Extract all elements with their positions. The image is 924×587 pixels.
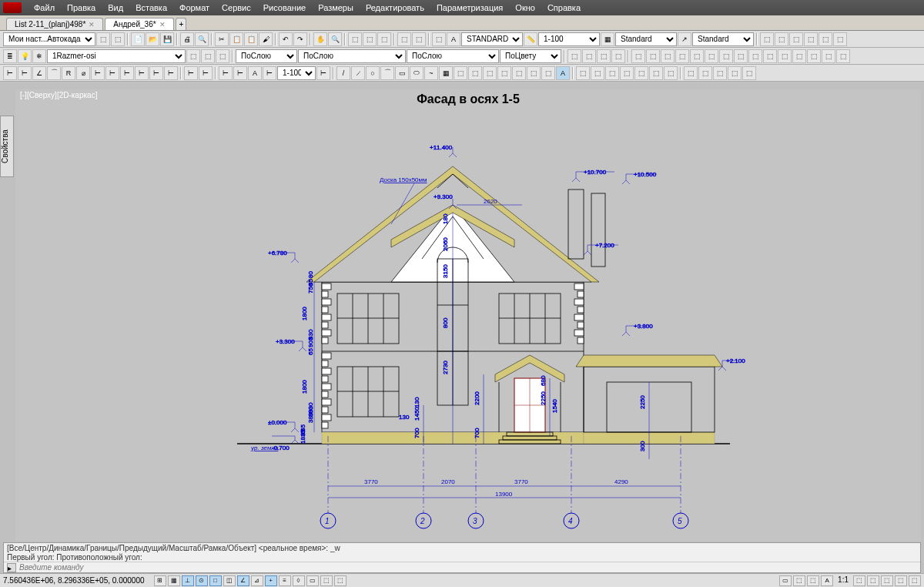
spline-btn[interactable]: ~: [424, 66, 438, 80]
tool-btn[interactable]: ⬚: [822, 49, 835, 63]
tool-btn[interactable]: ⬚: [719, 49, 733, 63]
tool-btn[interactable]: ⬚: [778, 49, 792, 63]
layer-state-btn[interactable]: 💡: [18, 49, 32, 63]
dim-diameter-btn[interactable]: ⌀: [76, 66, 90, 80]
tool-btn[interactable]: ⬚: [728, 66, 742, 80]
dim-btn[interactable]: ⊢: [135, 66, 149, 80]
line-btn[interactable]: /: [336, 66, 350, 80]
dim-scale-select-2[interactable]: 1-100: [277, 66, 316, 80]
annoscale-btn[interactable]: A: [821, 575, 833, 586]
copy-btn[interactable]: 📋: [229, 32, 243, 46]
dim-btn[interactable]: ⊢: [199, 66, 213, 80]
tool-btn[interactable]: ⬚: [789, 32, 803, 46]
dim-arc-btn[interactable]: ⌒: [47, 66, 61, 80]
layer-mgr-btn[interactable]: ≣: [3, 49, 17, 63]
tool-btn[interactable]: ⬚: [698, 66, 712, 80]
dim-ordinate-btn[interactable]: ⊢: [91, 66, 105, 80]
tool-btn[interactable]: ⬚: [377, 32, 391, 46]
lineweight-select[interactable]: ПоСлою: [407, 49, 499, 63]
new-tab-button[interactable]: +: [176, 18, 186, 30]
polyline-btn[interactable]: ⟋: [351, 66, 365, 80]
tool-btn[interactable]: ⬚: [690, 49, 704, 63]
3dosnap-toggle[interactable]: ◫: [223, 575, 236, 586]
ducs-toggle[interactable]: ⊿: [251, 575, 263, 586]
menu-insert[interactable]: Вставка: [129, 2, 173, 14]
tool-btn[interactable]: ⬚: [742, 66, 756, 80]
tool-btn[interactable]: ⬚: [734, 49, 748, 63]
ellipse-btn[interactable]: ⬭: [410, 66, 424, 80]
tool-btn[interactable]: ⬚: [804, 32, 818, 46]
dim-btn[interactable]: ⊢: [164, 66, 178, 80]
menu-view[interactable]: Вид: [102, 2, 129, 14]
dim-update-btn[interactable]: ⊢: [316, 66, 330, 80]
mtext-btn[interactable]: A: [556, 66, 570, 80]
tool-btn[interactable]: ⬚: [760, 32, 774, 46]
cut-btn[interactable]: ✂: [215, 32, 229, 46]
status-btn[interactable]: ⬚: [807, 575, 819, 586]
save-btn[interactable]: 💾: [160, 32, 174, 46]
tool-btn[interactable]: ⬚: [567, 49, 581, 63]
tool-btn[interactable]: ⬚: [582, 49, 596, 63]
tool-btn[interactable]: ⬚: [684, 66, 698, 80]
dim-btn[interactable]: ⊢: [184, 66, 198, 80]
tool-btn[interactable]: ⬚: [111, 32, 125, 46]
tool-btn[interactable]: ⬚: [591, 66, 604, 80]
lwt-toggle[interactable]: ≡: [279, 575, 291, 586]
properties-panel-tab[interactable]: Свойства: [0, 116, 14, 177]
paste-btn[interactable]: 📋: [244, 32, 258, 46]
polar-toggle[interactable]: ⊙: [196, 575, 208, 586]
menu-window[interactable]: Окно: [509, 2, 541, 14]
tool-btn[interactable]: ⬚: [412, 32, 426, 46]
tool-btn[interactable]: ⬚: [646, 49, 660, 63]
preview-btn[interactable]: 🔍: [195, 32, 209, 46]
tool-btn[interactable]: ⬚: [675, 49, 689, 63]
menu-file[interactable]: Файл: [28, 2, 61, 14]
layer-preset-select[interactable]: Мои наст...Автокада: [3, 32, 95, 46]
tool-btn[interactable]: ⬚: [833, 32, 847, 46]
ortho-toggle[interactable]: ⊥: [182, 575, 194, 586]
doc-tab-1[interactable]: List 2-11_(planj)498* ✕: [6, 18, 103, 30]
open-btn[interactable]: 📂: [146, 32, 159, 46]
dim-style-select-1[interactable]: Standard: [615, 32, 677, 46]
menu-dimensions[interactable]: Размеры: [312, 2, 360, 14]
sc-toggle[interactable]: ⬚: [320, 575, 333, 586]
tool-btn[interactable]: ⬚: [597, 49, 611, 63]
undo-btn[interactable]: ↶: [279, 32, 293, 46]
tool-btn[interactable]: ⬚: [216, 49, 229, 63]
command-input[interactable]: [19, 563, 917, 572]
tool-btn[interactable]: ⬚: [527, 66, 541, 80]
status-btn[interactable]: ⬚: [895, 575, 907, 586]
menu-parametric[interactable]: Параметризация: [430, 2, 509, 14]
dim-btn[interactable]: ⊢: [105, 66, 119, 80]
tool-btn[interactable]: ⬚: [807, 49, 821, 63]
tool-btn[interactable]: ⬚: [649, 66, 663, 80]
dim-scale-select[interactable]: 1-100: [538, 32, 600, 46]
tool-btn[interactable]: ⬚: [483, 66, 497, 80]
dim-btn[interactable]: ⊢: [263, 66, 276, 80]
dim-btn[interactable]: A: [248, 66, 262, 80]
tool-btn[interactable]: ⬚: [792, 49, 806, 63]
qp-toggle[interactable]: ▭: [306, 575, 319, 586]
tool-btn[interactable]: ⬚: [96, 32, 110, 46]
tool-btn[interactable]: ⬚: [620, 66, 634, 80]
dim-btn[interactable]: ⊢: [233, 66, 247, 80]
grid-toggle[interactable]: ▦: [168, 575, 180, 586]
tool-btn[interactable]: ⬚: [664, 66, 678, 80]
tool-btn[interactable]: ⬚: [775, 32, 788, 46]
tool-btn[interactable]: ⬚: [454, 66, 467, 80]
tool-btn[interactable]: ⬚: [397, 32, 411, 46]
menu-format[interactable]: Формат: [173, 2, 216, 14]
tool-btn[interactable]: ⬚: [748, 49, 762, 63]
dim-linear-btn[interactable]: ⊢: [3, 66, 17, 80]
tool-btn[interactable]: ⬚: [611, 49, 625, 63]
linetype-select[interactable]: ПоСлою: [298, 49, 406, 63]
pan-btn[interactable]: ✋: [313, 32, 327, 46]
annotation-scale[interactable]: 1:1: [835, 575, 852, 586]
tool-btn[interactable]: ⬚: [634, 66, 648, 80]
tool-btn[interactable]: ⬚: [201, 49, 215, 63]
text-style-select[interactable]: STANDARD: [461, 32, 523, 46]
layer-freeze-btn[interactable]: ❄: [32, 49, 46, 63]
dim-radius-btn[interactable]: R: [62, 66, 75, 80]
status-btn[interactable]: ⬚: [853, 575, 865, 586]
tool-btn[interactable]: ⬚: [432, 32, 446, 46]
